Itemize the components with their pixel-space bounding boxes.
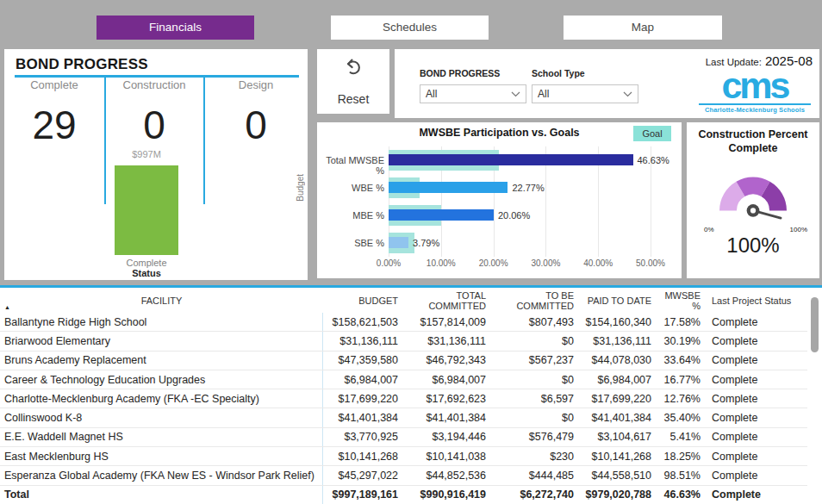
cell: 12.76% — [655, 393, 704, 405]
filter-bond-progress: BOND PROGRESS All — [420, 68, 526, 103]
cell: Collinswood K-8 — [0, 408, 323, 426]
kpi-divider — [104, 77, 106, 204]
actual-bar[interactable] — [389, 154, 633, 165]
cell: 17.58% — [655, 316, 704, 328]
cell: Bruns Academy Replacement — [0, 352, 323, 370]
x-tick-label: 40.00% — [583, 258, 613, 268]
filter-bond-progress-select[interactable]: All — [420, 84, 526, 103]
column-header-4[interactable]: PAID TO DATE — [577, 296, 655, 306]
table-row[interactable]: Charlotte-Mecklenburg Academy (FKA -EC S… — [0, 389, 807, 408]
status-axis-title: Status — [106, 268, 187, 278]
x-tick-label: 20.00% — [479, 258, 508, 268]
table-scrollbar-thumb[interactable] — [811, 297, 819, 352]
filter-bar: Last Update:2025-08 BOND PROGRESS All Sc… — [395, 49, 819, 118]
bond-progress-title: BOND PROGRESS — [16, 56, 148, 73]
cell: $10,141,038 — [402, 451, 489, 463]
actual-bar[interactable] — [389, 209, 494, 221]
value-label: 46.63% — [638, 155, 669, 165]
cell: East Mecklenburg HS — [0, 447, 323, 465]
gauge-max-label: 100% — [790, 226, 807, 233]
column-header-1[interactable]: BUDGET — [323, 296, 402, 306]
column-header-5[interactable]: MWSBE % — [655, 290, 704, 311]
cell: Charlotte-Mecklenburg Academy (FKA -EC S… — [0, 389, 323, 408]
value-label: 22.77% — [512, 183, 544, 193]
cell: $44,078,030 — [577, 354, 655, 366]
table-row[interactable]: Esperanza Global Academy (FKA New ES - W… — [0, 466, 807, 485]
budget-bar-category-label: Complete — [106, 258, 187, 268]
sort-ascending-icon[interactable]: ▲ — [4, 304, 10, 310]
cell: $41,401,384 — [323, 412, 402, 424]
kpi-construction-label: Construction — [106, 78, 202, 91]
tab-schedules[interactable]: Schedules — [331, 16, 489, 40]
cell: E.E. Waddell Magnet HS — [0, 428, 323, 446]
dashboard: Financials Schedules Map BOND PROGRESS C… — [0, 0, 822, 504]
cell: Esperanza Global Academy (FKA New ES - W… — [0, 466, 323, 484]
cell: $6,272,740 — [489, 488, 577, 501]
tab-map[interactable]: Map — [564, 16, 722, 40]
table-row[interactable]: Career & Technology Education Upgrades$6… — [0, 370, 807, 389]
kpi-complete-label: Complete — [4, 78, 104, 91]
chevron-down-icon — [623, 91, 632, 97]
cell: 18.25% — [655, 451, 704, 463]
actual-bar[interactable] — [389, 182, 508, 193]
table-row[interactable]: Bruns Academy Replacement$47,359,580$46,… — [0, 352, 807, 370]
category-label: MBE % — [317, 210, 384, 221]
filter-school-type-select[interactable]: All — [532, 84, 638, 103]
cell: $17,699,220 — [323, 393, 402, 405]
cell: $46,792,343 — [402, 354, 489, 366]
cell: Complete — [704, 316, 807, 328]
x-tick-label: 0.00% — [377, 258, 401, 268]
mwsbe-chart-title: MWSBE Participation vs. Goals — [317, 127, 682, 139]
table-row[interactable]: Briarwood Elementary$31,136,111$31,136,1… — [0, 332, 807, 351]
mwsbe-row-3: SBE %3.79% — [389, 229, 651, 257]
cell: $17,692,623 — [402, 393, 489, 405]
table-body: Ballantyne Ridge High School$158,621,503… — [0, 313, 822, 504]
cell: $41,401,384 — [402, 412, 489, 424]
actual-bar[interactable] — [389, 237, 408, 248]
bond-progress-panel: BOND PROGRESS Complete 29 Construction 0… — [4, 49, 308, 280]
chevron-down-icon — [511, 91, 520, 97]
kpi-construction: Construction 0 — [106, 78, 202, 148]
tab-financials[interactable]: Financials — [97, 16, 254, 40]
table-header-row: FACILITYBUDGETTOTAL COMMITTEDTO BE COMMI… — [0, 288, 807, 313]
table-row[interactable]: East Mecklenburg HS$10,141,268$10,141,03… — [0, 447, 807, 466]
cell: $154,160,340 — [577, 316, 655, 328]
budget-bar-value-label: $997M — [115, 149, 178, 159]
cms-logo-text: cms — [699, 70, 811, 102]
kpi-divider — [203, 77, 205, 204]
mwsbe-x-axis: 0.00%10.00%20.00%30.00%40.00%50.00% — [389, 258, 651, 269]
cell: $31,136,111 — [323, 335, 402, 347]
budget-bar[interactable] — [115, 165, 178, 255]
mwsbe-row-0: Total MWSBE %46.63% — [389, 146, 651, 174]
cell: Career & Technology Education Upgrades — [0, 370, 323, 389]
mwsbe-chart-panel: MWSBE Participation vs. Goals Goal Total… — [317, 122, 682, 278]
reset-button[interactable]: Reset — [317, 49, 389, 114]
cell: $0 — [489, 374, 577, 386]
filter-school-type-label: School Type — [532, 68, 638, 78]
cell: Complete — [704, 335, 807, 347]
column-header-2[interactable]: TOTAL COMMITTED — [402, 290, 489, 311]
cell: $576,479 — [489, 431, 577, 443]
gauge-value: 100% — [687, 233, 819, 258]
cell: Total — [0, 486, 323, 504]
table-total-row[interactable]: Total$997,189,161$990,916,419$6,272,740$… — [0, 486, 807, 504]
cell: $45,297,022 — [323, 470, 402, 482]
gauge-title: Construction Percent Complete — [690, 128, 816, 156]
cell: $3,194,446 — [402, 431, 489, 443]
value-label: 20.06% — [498, 210, 530, 221]
column-header-0[interactable]: FACILITY — [0, 288, 323, 313]
column-header-6[interactable]: Last Project Status — [704, 296, 807, 306]
table-row[interactable]: Collinswood K-8$41,401,384$41,401,384$0$… — [0, 408, 807, 427]
filter-bond-progress-value: All — [426, 88, 437, 100]
column-header-3[interactable]: TO BE COMMITTED — [489, 290, 577, 311]
kpi-construction-value: 0 — [106, 102, 202, 148]
cell: Complete — [704, 374, 807, 386]
table-row[interactable]: Ballantyne Ridge High School$158,621,503… — [0, 313, 807, 332]
table-row[interactable]: E.E. Waddell Magnet HS$3,770,925$3,194,4… — [0, 428, 807, 447]
goal-legend-chip[interactable]: Goal — [633, 126, 671, 141]
x-tick-label: 30.00% — [531, 258, 560, 268]
cell: 16.77% — [655, 374, 704, 386]
kpi-design-label: Design — [204, 78, 308, 91]
cell: Complete — [704, 393, 807, 405]
cell: $157,814,009 — [402, 316, 489, 328]
